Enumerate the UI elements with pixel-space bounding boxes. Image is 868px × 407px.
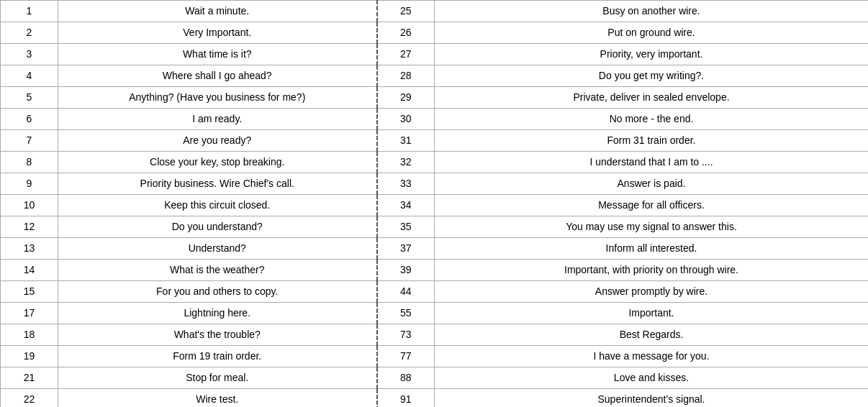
- table-row: 3What time is it?27Priority, very import…: [1, 44, 869, 65]
- reference-table: 1Wait a minute.25Busy on another wire.2V…: [0, 0, 868, 407]
- left-description: Very Important.: [58, 22, 377, 44]
- right-number: 88: [377, 367, 435, 389]
- right-number: 44: [377, 281, 435, 303]
- right-description: You may use my signal to answer this.: [435, 216, 869, 238]
- right-number: 34: [377, 195, 435, 216]
- right-number: 28: [377, 65, 435, 87]
- right-description: Superintendent's signal.: [435, 389, 869, 408]
- right-number: 26: [377, 22, 435, 44]
- left-number: 5: [1, 87, 58, 109]
- right-number: 32: [377, 152, 435, 173]
- table-row: 14What is the weather?39Important, with …: [1, 260, 869, 281]
- right-description: Answer is paid.: [435, 173, 869, 195]
- left-description: Close your key, stop breaking.: [58, 152, 377, 173]
- left-number: 14: [1, 260, 58, 281]
- right-description: Put on ground wire.: [435, 22, 869, 44]
- right-description: Busy on another wire.: [435, 1, 869, 22]
- left-description: I am ready.: [58, 109, 377, 130]
- right-description: Do you get my writing?.: [435, 65, 869, 87]
- left-number: 2: [1, 22, 58, 44]
- left-number: 6: [1, 109, 58, 130]
- left-number: 22: [1, 389, 58, 408]
- left-description: What's the trouble?: [58, 324, 377, 346]
- table-row: 17Lightning here.55Important.: [1, 303, 869, 324]
- right-description: No more - the end.: [435, 109, 869, 130]
- right-number: 39: [377, 260, 435, 281]
- left-description: Understand?: [58, 238, 377, 260]
- right-description: Private, deliver in sealed envelope.: [435, 87, 869, 109]
- left-number: 17: [1, 303, 58, 324]
- right-number: 77: [377, 346, 435, 367]
- left-description: Form 19 train order.: [58, 346, 377, 367]
- left-description: Wire test.: [58, 389, 377, 408]
- table-row: 2Very Important.26Put on ground wire.: [1, 22, 869, 44]
- left-description: Anything? (Have you business for me?): [58, 87, 377, 109]
- left-number: 1: [1, 1, 58, 22]
- left-description: Where shall I go ahead?: [58, 65, 377, 87]
- main-table-container: 1Wait a minute.25Busy on another wire.2V…: [0, 0, 868, 407]
- right-description: Love and kisses.: [435, 367, 869, 389]
- left-description: Priority business. Wire Chief's call.: [58, 173, 377, 195]
- left-description: Stop for meal.: [58, 367, 377, 389]
- table-row: 7Are you ready?31Form 31 train order.: [1, 130, 869, 152]
- left-description: What is the weather?: [58, 260, 377, 281]
- left-number: 15: [1, 281, 58, 303]
- right-number: 91: [377, 389, 435, 408]
- right-description: Important.: [435, 303, 869, 324]
- left-number: 19: [1, 346, 58, 367]
- table-row: 21Stop for meal.88Love and kisses.: [1, 367, 869, 389]
- right-number: 30: [377, 109, 435, 130]
- right-number: 37: [377, 238, 435, 260]
- right-description: Form 31 train order.: [435, 130, 869, 152]
- table-row: 12Do you understand?35You may use my sig…: [1, 216, 869, 238]
- left-description: For you and others to copy.: [58, 281, 377, 303]
- left-description: Keep this circuit closed.: [58, 195, 377, 216]
- left-number: 12: [1, 216, 58, 238]
- right-description: Message for all officers.: [435, 195, 869, 216]
- right-description: Best Regards.: [435, 324, 869, 346]
- table-row: 1Wait a minute.25Busy on another wire.: [1, 1, 869, 22]
- table-row: 13Understand?37Inform all interested.: [1, 238, 869, 260]
- left-number: 13: [1, 238, 58, 260]
- table-row: 6I am ready.30No more - the end.: [1, 109, 869, 130]
- right-description: Inform all interested.: [435, 238, 869, 260]
- right-number: 33: [377, 173, 435, 195]
- table-row: 18What's the trouble?73Best Regards.: [1, 324, 869, 346]
- left-number: 7: [1, 130, 58, 152]
- left-number: 8: [1, 152, 58, 173]
- left-number: 18: [1, 324, 58, 346]
- right-description: Answer promptly by wire.: [435, 281, 869, 303]
- table-row: 19Form 19 train order.77I have a message…: [1, 346, 869, 367]
- table-row: 10Keep this circuit closed.34Message for…: [1, 195, 869, 216]
- right-number: 29: [377, 87, 435, 109]
- table-row: 22Wire test.91Superintendent's signal.: [1, 389, 869, 408]
- left-description: Are you ready?: [58, 130, 377, 152]
- table-row: 5Anything? (Have you business for me?)29…: [1, 87, 869, 109]
- left-number: 9: [1, 173, 58, 195]
- left-number: 4: [1, 65, 58, 87]
- right-description: I understand that I am to ....: [435, 152, 869, 173]
- right-number: 25: [377, 1, 435, 22]
- table-row: 8Close your key, stop breaking.32I under…: [1, 152, 869, 173]
- left-number: 21: [1, 367, 58, 389]
- left-description: Do you understand?: [58, 216, 377, 238]
- right-description: I have a message for you.: [435, 346, 869, 367]
- left-number: 10: [1, 195, 58, 216]
- left-description: What time is it?: [58, 44, 377, 65]
- right-number: 73: [377, 324, 435, 346]
- table-row: 15For you and others to copy.44Answer pr…: [1, 281, 869, 303]
- right-description: Priority, very important.: [435, 44, 869, 65]
- left-number: 3: [1, 44, 58, 65]
- table-row: 4Where shall I go ahead?28Do you get my …: [1, 65, 869, 87]
- left-description: Wait a minute.: [58, 1, 377, 22]
- table-row: 9Priority business. Wire Chief's call.33…: [1, 173, 869, 195]
- right-number: 55: [377, 303, 435, 324]
- right-number: 35: [377, 216, 435, 238]
- right-number: 27: [377, 44, 435, 65]
- left-description: Lightning here.: [58, 303, 377, 324]
- right-number: 31: [377, 130, 435, 152]
- right-description: Important, with priority on through wire…: [435, 260, 869, 281]
